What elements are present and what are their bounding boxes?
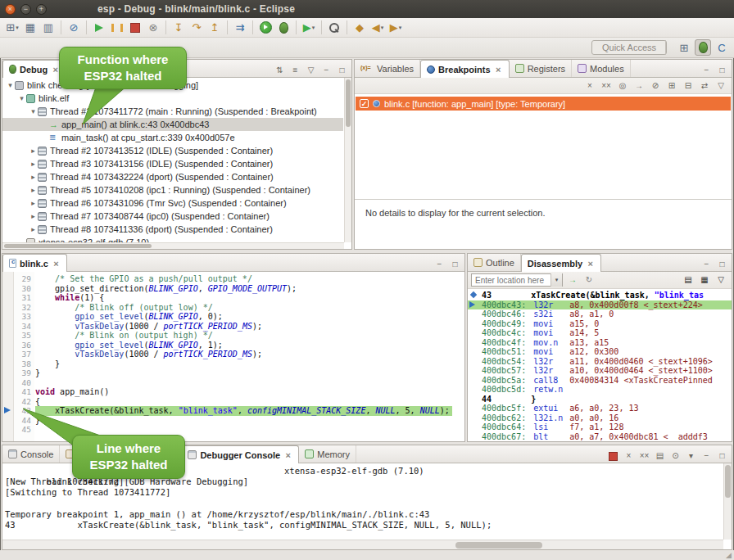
trace-control-button[interactable]: ≡	[288, 64, 302, 77]
code-line[interactable]: while(1) {	[35, 293, 464, 303]
close-icon[interactable]	[52, 259, 61, 269]
debug-tree-row[interactable]: ▸Thread #3 1073413156 (IDLE) (Suspended …	[2, 157, 343, 170]
suspend-button[interactable]	[108, 19, 126, 37]
twisty-icon[interactable]: ▸	[29, 196, 38, 210]
debug-tree-row[interactable]: ▾Thread #1 1073411772 (main : Running) (…	[2, 105, 343, 118]
debug-tree-row[interactable]: ▸Thread #7 1073408744 (ipc0) (Suspended …	[2, 210, 343, 223]
twisty-icon[interactable]: ▸	[29, 170, 38, 183]
maximize-button[interactable]: □	[715, 64, 729, 77]
clear-console-button[interactable]: ▤	[653, 449, 667, 463]
link-with-debug-button[interactable]: ⇄	[697, 79, 712, 93]
code-line[interactable]: gpio_set_direction(BLINK_GPIO, GPIO_MODE…	[35, 284, 464, 294]
jump-to-pc-button[interactable]: →	[565, 273, 580, 287]
code-line[interactable]: }	[35, 416, 464, 426]
disasm-row[interactable]: 400dbc67:blta0, a7, 0x400dbc81 <__adddf3	[468, 432, 732, 442]
disasm-row[interactable]: 400dbc4c:movia14, 5	[468, 328, 732, 338]
debug-tree-row[interactable]: ▸Thread #6 1073431096 (Tmr Svc) (Suspend…	[2, 196, 343, 210]
remove-all-breakpoints-button[interactable]: ××	[599, 79, 614, 93]
code-line[interactable]: }	[35, 368, 464, 378]
resize-grip-icon[interactable]: ◢	[726, 551, 732, 559]
terminate-button[interactable]	[606, 449, 620, 463]
code-line[interactable]: {	[35, 397, 464, 407]
twisty-icon[interactable]: ▸	[29, 223, 38, 236]
step-over-button[interactable]: ↷	[188, 19, 206, 37]
close-icon[interactable]	[494, 65, 503, 75]
save-button[interactable]: ▦	[21, 19, 39, 37]
debug-tree-row[interactable]: app_main() at blink.c:43 0x400dbc43	[2, 118, 343, 131]
debug-tree-row[interactable]: ▾blink.elf	[2, 92, 343, 105]
back-button[interactable]: ◀▾	[369, 19, 387, 37]
tab-registers[interactable]: Registers	[510, 60, 572, 77]
disasm-row[interactable]: 43 xTaskCreate(&blink_task, "blink_tas	[468, 291, 732, 300]
code-line[interactable]: void app_main()	[35, 387, 464, 397]
code-line[interactable]: }	[35, 359, 464, 369]
tab-memory[interactable]: Memory	[299, 445, 356, 463]
tab-blink-c[interactable]: blink.c	[2, 254, 67, 272]
tab-disassembly[interactable]: Disassembly	[521, 254, 601, 272]
minimize-button[interactable]: −	[319, 64, 333, 77]
show-symbols-button[interactable]: ▦	[697, 273, 712, 287]
code-line[interactable]: /* Blink on (output high) */	[35, 331, 464, 341]
debug-tree-row[interactable]: ▸Thread #8 1073411336 (dport) (Suspended…	[2, 223, 343, 236]
step-return-button[interactable]: ↥	[206, 19, 224, 37]
breakpoint-row[interactable]: blink.c [function: app_main] [type: Temp…	[356, 97, 731, 111]
debug-horizontal-scrollbar[interactable]	[2, 242, 344, 249]
window-close-button[interactable]: ×	[5, 4, 16, 15]
close-icon[interactable]	[283, 450, 292, 460]
display-selected-console-button[interactable]: ▾	[684, 449, 698, 463]
new-button[interactable]: ⊞▾	[3, 19, 21, 37]
disconnect-button[interactable]: ⊗	[144, 19, 162, 37]
chevron-down-icon[interactable]: ▾	[550, 273, 562, 287]
console-horizontal-scrollbar[interactable]	[2, 540, 723, 549]
disasm-row[interactable]: 400dbc5d:retw.n	[468, 385, 732, 395]
annotation-ruler[interactable]	[2, 272, 14, 441]
twisty-icon[interactable]: ▸	[29, 157, 38, 170]
minimize-button[interactable]: −	[700, 258, 714, 271]
code-line[interactable]	[35, 425, 464, 435]
disasm-row[interactable]: 400dbc46:s32ia8, a1, 0	[468, 309, 732, 319]
resume-button[interactable]	[90, 19, 108, 37]
quick-access-box[interactable]: Quick Access	[591, 40, 667, 55]
view-menu-button[interactable]: ▽	[714, 79, 728, 93]
disasm-row[interactable]: 400dbc64:lsif7, a1, 128	[468, 422, 732, 432]
debug-perspective-button[interactable]	[695, 39, 711, 56]
twisty-icon[interactable]: ▾	[17, 92, 26, 105]
maximize-button[interactable]: □	[448, 258, 462, 271]
maximize-button[interactable]: □	[715, 258, 729, 271]
debug-tree-row[interactable]: main_task() at cpu_start.c:339 0x400d057…	[2, 131, 343, 144]
disasm-row[interactable]: 44 }	[468, 395, 732, 404]
code-line[interactable]	[35, 378, 464, 388]
show-breakpoints-for-button[interactable]: ◎	[615, 79, 630, 93]
show-source-button[interactable]: ▤	[681, 273, 695, 287]
maximize-button[interactable]: □	[335, 64, 349, 77]
disasm-row[interactable]: 400dbc62:l32i.na0, a0, 16	[468, 413, 732, 423]
tab-variables[interactable]: Variables	[355, 60, 420, 77]
connect-process-button[interactable]: ⇅	[273, 64, 287, 77]
skip-all-breakpoints-button[interactable]: ⊘	[65, 19, 83, 37]
disasm-rows[interactable]: 43 xTaskCreate(&blink_task, "blink_tas40…	[468, 289, 732, 441]
debug-tree-row[interactable]: ▸Thread #2 1073413512 (IDLE) (Suspended …	[2, 144, 343, 157]
search-button[interactable]	[325, 19, 343, 37]
tab-console[interactable]: Console	[2, 445, 60, 463]
collapse-all-button[interactable]: ⊟	[681, 79, 695, 93]
pin-console-button[interactable]: ⊙	[668, 449, 682, 463]
open-perspective-button[interactable]: ⊞	[676, 39, 692, 56]
code-line[interactable]: xTaskCreate(&blink_task, "blink_task", c…	[35, 406, 464, 416]
skip-all-breakpoints-button[interactable]: ⊘	[648, 79, 663, 93]
code-line[interactable]: /* Set the GPIO as a push/pull output */	[35, 274, 464, 284]
twisty-icon[interactable]: ▸	[29, 183, 38, 196]
tab-outline[interactable]: Outline	[468, 254, 521, 271]
terminate-button[interactable]	[126, 19, 144, 37]
code-line[interactable]: vTaskDelay(1000 / portTICK_PERIOD_MS);	[35, 350, 464, 359]
tab-modules[interactable]: Modules	[572, 60, 631, 77]
disasm-row[interactable]: 400dbc5f:extuia6, a0, 23, 13	[468, 404, 732, 413]
disasm-row[interactable]: 400dbc4f:mov.na13, a15	[468, 338, 732, 348]
breakpoint-checkbox[interactable]	[360, 99, 369, 108]
minimize-button[interactable]: −	[700, 64, 714, 77]
twisty-icon[interactable]: ▾	[6, 79, 15, 92]
expand-all-button[interactable]: ⊞	[664, 79, 679, 93]
remove-breakpoint-button[interactable]: ×	[582, 79, 597, 93]
debug-vertical-scrollbar[interactable]	[344, 78, 351, 242]
minimize-button[interactable]: −	[700, 449, 714, 463]
close-icon[interactable]	[586, 259, 595, 269]
